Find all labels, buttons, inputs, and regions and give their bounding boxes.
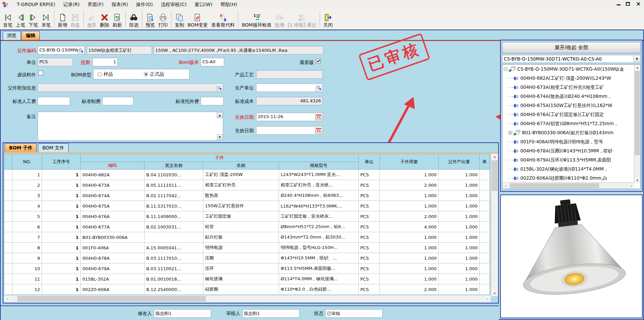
cell-sel[interactable] xyxy=(4,190,12,201)
menu-item-4[interactable]: 操作(O) xyxy=(132,1,157,8)
cell-code[interactable]: 004H0-675A xyxy=(81,201,145,211)
cell-qty[interactable]: 1.000 xyxy=(380,243,439,253)
menu-item-0[interactable]: T-GROUP ERP(E) xyxy=(13,1,59,8)
menu-item-7[interactable]: 帮助(H) xyxy=(216,1,241,8)
cell-en[interactable]: B.04.1102030... xyxy=(145,170,203,180)
cell-name[interactable]: 工矿灯-顶盖-200W xyxy=(203,170,279,180)
cell-spec[interactable]: 相变工矿灯外壳，亚光铁... xyxy=(279,180,359,190)
cell-pqty[interactable]: 1.000 xyxy=(439,243,480,253)
cell-sel[interactable] xyxy=(4,170,12,180)
cell-sel[interactable] xyxy=(4,211,12,222)
toolbar-button-copy[interactable]: 复制 xyxy=(173,9,186,29)
cell-no[interactable]: 2 xyxy=(12,180,42,190)
toolbar-button-last-record[interactable]: 末笔 xyxy=(40,9,52,29)
cell-pqty[interactable]: 1.000 xyxy=(439,274,480,284)
cell-extra[interactable] xyxy=(480,243,490,253)
scroll-up-icon[interactable]: ▲ xyxy=(217,112,223,118)
cell-spec[interactable]: Ø143mm*T2.0mm，贴3030... xyxy=(279,232,359,243)
cell-seq[interactable]: 1 xyxy=(42,180,81,190)
cell-name[interactable]: 压圈 xyxy=(203,253,279,263)
cell-seq[interactable]: 1 xyxy=(42,253,81,263)
cell-unit[interactable]: PCS xyxy=(359,263,380,274)
toolbar-button-prev-record[interactable]: 上笔 xyxy=(14,9,27,29)
remark-field[interactable]: ▲ ▼ xyxy=(38,112,223,141)
cell-pqty[interactable]: 1.000 xyxy=(439,211,480,222)
cell-seq[interactable]: 1 xyxy=(42,170,81,180)
cell-pqty[interactable]: 1.000 xyxy=(439,190,480,201)
cell-code[interactable]: 001F0-406A xyxy=(81,243,145,253)
cell-en[interactable]: A.15.0005041... xyxy=(145,243,203,253)
menu-item-1[interactable]: 记录(R) xyxy=(59,1,84,8)
parent-code-field[interactable]: CS-BYB-O-150MW-3 xyxy=(38,46,85,55)
close-icon[interactable]: × xyxy=(635,1,641,6)
virtual-part-checkbox[interactable] xyxy=(38,71,43,75)
cell-pqty[interactable]: 1.000 xyxy=(439,263,480,274)
cell-extra[interactable] xyxy=(480,253,490,263)
cell-code[interactable]: 004H0-678A xyxy=(81,253,145,263)
cell-name[interactable]: 工矿灯固定板 xyxy=(203,211,279,222)
cell-spec[interactable]: L243*W243*T1.0MM.亚光... xyxy=(279,170,359,180)
tree-item-0[interactable]: −CS-BYB-O-150MW-30D71-WCTKG-A0(150W钛金 xyxy=(502,65,640,74)
cell-sel[interactable] xyxy=(4,222,12,232)
calendar-icon[interactable]: 31 xyxy=(315,113,322,120)
tree-vertical-scrollbar[interactable]: ∧ ∨ xyxy=(634,65,640,183)
cell-spec[interactable]: Φ113.5*H5MM,表面阳极... xyxy=(279,263,359,274)
cell-name[interactable]: 散热器 xyxy=(203,190,279,201)
expand-icon[interactable]: + xyxy=(509,131,512,135)
cell-unit[interactable]: PCS xyxy=(359,284,380,295)
cell-en[interactable]: B.02.1003031... xyxy=(145,222,203,232)
cell-seq[interactable]: 1 xyxy=(42,211,81,222)
cell-unit[interactable]: PCS xyxy=(359,201,380,211)
cell-pqty[interactable]: 1.000 xyxy=(439,232,480,243)
cell-name[interactable]: 150W工矿灯悬挂件 xyxy=(203,201,279,211)
cell-spec[interactable]: Φ143*H10.5MM，喷砂、... xyxy=(279,253,359,263)
scrollbar-thumb[interactable] xyxy=(17,296,206,301)
cell-unit[interactable]: PCS xyxy=(359,232,380,243)
cell-spec[interactable]: Ø8mm*H51*T2.25mm，铝6... xyxy=(279,222,359,232)
menu-item-5[interactable]: 流程审核(C) xyxy=(157,1,191,8)
cell-no[interactable]: 5 xyxy=(12,211,42,222)
scroll-left-icon[interactable]: ‹ xyxy=(502,183,509,189)
cell-seq[interactable]: 1 xyxy=(42,263,81,274)
cell-qty[interactable]: 4.000 xyxy=(380,222,439,232)
cell-qty[interactable]: 1.000 xyxy=(380,190,439,201)
cell-sel[interactable] xyxy=(4,232,12,243)
tree-horizontal-scrollbar[interactable]: ‹ › xyxy=(502,182,635,189)
collapse-icon[interactable]: − xyxy=(504,67,508,71)
tree-item-12[interactable]: 002Z0-606A(硅胶圈)(Φ110*Φ2.0mm,白 xyxy=(502,174,640,183)
bom-version-field[interactable]: CS-A0 xyxy=(201,58,224,66)
tab-bom-children[interactable]: BOM 子件 xyxy=(5,143,37,152)
cell-code[interactable]: 015BL-302A xyxy=(81,274,145,284)
scroll-left-icon[interactable]: ‹ xyxy=(4,296,11,302)
cell-sel[interactable] xyxy=(4,253,12,263)
cell-no[interactable]: 9 xyxy=(12,253,42,263)
bom-selector-dropdown[interactable]: CS-BYB-O-150MW-30D71-WCTKG-A0:CS-A0▼ xyxy=(502,55,641,63)
cell-spec[interactable]: Ø240.4*H108mm，铝6063... xyxy=(279,190,359,201)
tree-item-11[interactable]: 015BL-302A(钢化玻璃)(Ø114*T4.0MM， xyxy=(502,165,640,174)
cell-spec[interactable]: Ø114*T4.0MM，钢化玻璃... xyxy=(279,274,359,284)
cell-pqty[interactable]: 1.000 xyxy=(439,253,480,263)
cell-spec[interactable]: L162*W40*H133*T3.0MM,... xyxy=(279,201,359,211)
cell-no[interactable]: 10 xyxy=(12,263,42,274)
parent-extra-field[interactable] xyxy=(38,83,223,92)
cell-extra[interactable] xyxy=(480,201,490,211)
tree-item-4[interactable]: 004H0-675A(150W工矿灯悬挂件)(L162*W xyxy=(502,101,640,110)
toolbar-button-delete[interactable]: 删除 xyxy=(98,9,111,29)
cell-no[interactable]: 12 xyxy=(12,284,42,295)
cell-seq[interactable]: 1 xyxy=(42,284,81,295)
cell-unit[interactable]: PCS xyxy=(359,170,380,180)
cell-pqty[interactable]: 1.000 xyxy=(439,180,480,190)
toolbar-button-next-record[interactable]: 下笔 xyxy=(27,9,40,29)
cell-no[interactable]: 8 xyxy=(12,243,42,253)
batch-field[interactable]: 1 xyxy=(92,58,118,66)
cell-name[interactable]: 铝管 xyxy=(203,222,279,232)
cell-pqty[interactable]: 1.000 xyxy=(439,201,480,211)
search-icon[interactable] xyxy=(316,84,322,91)
cell-sel[interactable] xyxy=(4,243,12,253)
cell-extra[interactable] xyxy=(480,190,490,201)
expiry-date-field[interactable]: 31 xyxy=(256,126,323,135)
cell-unit[interactable]: PCS xyxy=(359,211,380,222)
cell-seq[interactable]: 1 xyxy=(42,190,81,201)
std-labor-field[interactable] xyxy=(38,97,70,105)
calendar-icon[interactable]: 31 xyxy=(315,127,322,134)
